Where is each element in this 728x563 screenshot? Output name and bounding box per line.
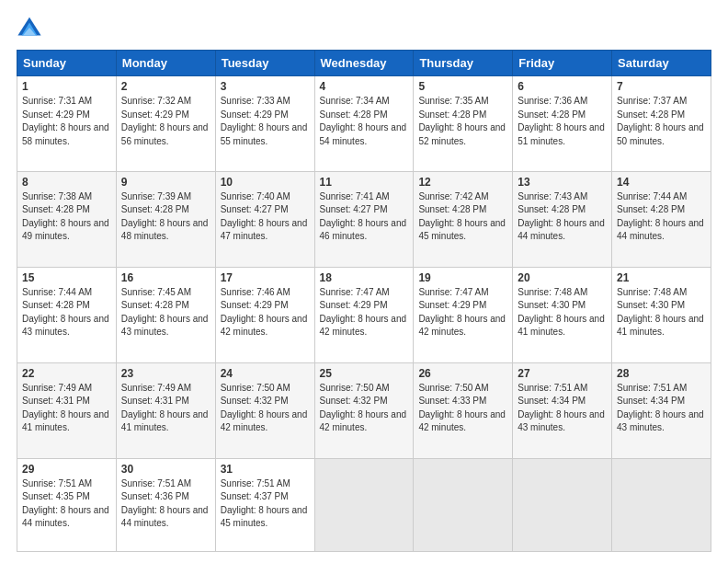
daylight-label: Daylight: 8 hours and 42 minutes. <box>320 409 407 433</box>
day-detail: Sunrise: 7:51 AM Sunset: 4:34 PM Dayligh… <box>518 382 607 435</box>
calendar-cell: 29 Sunrise: 7:51 AM Sunset: 4:35 PM Dayl… <box>17 458 117 552</box>
daylight-label: Daylight: 8 hours and 47 minutes. <box>221 218 308 242</box>
sunset-label: Sunset: 4:28 PM <box>121 204 189 214</box>
day-detail: Sunrise: 7:46 AM Sunset: 4:29 PM Dayligh… <box>221 286 310 339</box>
sunset-label: Sunset: 4:28 PM <box>617 204 685 214</box>
calendar-cell: 24 Sunrise: 7:50 AM Sunset: 4:32 PM Dayl… <box>215 362 314 458</box>
calendar-cell: 11 Sunrise: 7:41 AM Sunset: 4:27 PM Dayl… <box>314 171 414 267</box>
sunrise-label: Sunrise: 7:41 AM <box>320 191 390 201</box>
calendar-cell: 4 Sunrise: 7:34 AM Sunset: 4:28 PM Dayli… <box>314 76 414 172</box>
sunrise-label: Sunrise: 7:50 AM <box>418 383 488 393</box>
day-detail: Sunrise: 7:37 AM Sunset: 4:28 PM Dayligh… <box>617 95 706 148</box>
sunrise-label: Sunrise: 7:42 AM <box>418 191 488 201</box>
sunset-label: Sunset: 4:28 PM <box>320 109 388 120</box>
calendar-cell: 5 Sunrise: 7:35 AM Sunset: 4:28 PM Dayli… <box>414 76 513 172</box>
day-number: 18 <box>320 271 409 284</box>
daylight-label: Daylight: 8 hours and 45 minutes. <box>418 218 506 242</box>
sunset-label: Sunset: 4:28 PM <box>418 204 486 214</box>
sunset-label: Sunset: 4:33 PM <box>418 396 486 406</box>
sunrise-label: Sunrise: 7:49 AM <box>22 383 92 393</box>
day-number: 16 <box>121 271 210 284</box>
header-tuesday: Tuesday <box>215 51 314 76</box>
sunset-label: Sunset: 4:29 PM <box>121 109 189 120</box>
calendar-cell: 18 Sunrise: 7:47 AM Sunset: 4:29 PM Dayl… <box>314 267 414 362</box>
sunset-label: Sunset: 4:32 PM <box>320 396 388 406</box>
calendar-week-4: 22 Sunrise: 7:49 AM Sunset: 4:31 PM Dayl… <box>17 362 711 458</box>
daylight-label: Daylight: 8 hours and 43 minutes. <box>121 314 209 338</box>
sunrise-label: Sunrise: 7:44 AM <box>617 191 687 201</box>
daylight-label: Daylight: 8 hours and 46 minutes. <box>320 218 407 242</box>
day-number: 28 <box>617 367 706 380</box>
sunrise-label: Sunrise: 7:50 AM <box>221 383 290 393</box>
day-number: 26 <box>418 367 507 380</box>
day-number: 17 <box>221 271 310 284</box>
day-number: 2 <box>121 80 210 93</box>
day-detail: Sunrise: 7:49 AM Sunset: 4:31 PM Dayligh… <box>22 382 111 435</box>
header-thursday: Thursday <box>414 51 513 76</box>
calendar-cell: 1 Sunrise: 7:31 AM Sunset: 4:29 PM Dayli… <box>17 76 117 172</box>
daylight-label: Daylight: 8 hours and 44 minutes. <box>121 505 209 529</box>
calendar-cell <box>612 458 711 552</box>
sunset-label: Sunset: 4:30 PM <box>518 300 586 310</box>
calendar-cell: 22 Sunrise: 7:49 AM Sunset: 4:31 PM Dayl… <box>17 362 117 458</box>
header-friday: Friday <box>513 51 612 76</box>
calendar-week-3: 15 Sunrise: 7:44 AM Sunset: 4:28 PM Dayl… <box>17 267 711 362</box>
sunrise-label: Sunrise: 7:47 AM <box>418 287 488 297</box>
calendar-cell: 2 Sunrise: 7:32 AM Sunset: 4:29 PM Dayli… <box>116 76 215 172</box>
day-number: 25 <box>320 367 409 380</box>
sunset-label: Sunset: 4:28 PM <box>121 300 189 310</box>
sunset-label: Sunset: 4:28 PM <box>617 109 685 120</box>
day-detail: Sunrise: 7:51 AM Sunset: 4:36 PM Dayligh… <box>121 477 210 531</box>
day-detail: Sunrise: 7:45 AM Sunset: 4:28 PM Dayligh… <box>121 286 210 339</box>
day-number: 15 <box>22 271 111 284</box>
sunset-label: Sunset: 4:31 PM <box>121 396 189 406</box>
calendar-cell: 14 Sunrise: 7:44 AM Sunset: 4:28 PM Dayl… <box>612 171 711 267</box>
day-number: 6 <box>518 80 607 93</box>
sunset-label: Sunset: 4:37 PM <box>221 491 289 501</box>
sunset-label: Sunset: 4:28 PM <box>518 204 586 214</box>
calendar-cell: 13 Sunrise: 7:43 AM Sunset: 4:28 PM Dayl… <box>513 171 612 267</box>
sunrise-label: Sunrise: 7:51 AM <box>617 383 687 393</box>
sunrise-label: Sunrise: 7:46 AM <box>221 287 290 297</box>
day-detail: Sunrise: 7:36 AM Sunset: 4:28 PM Dayligh… <box>518 95 607 148</box>
sunset-label: Sunset: 4:30 PM <box>617 300 685 310</box>
calendar-cell: 26 Sunrise: 7:50 AM Sunset: 4:33 PM Dayl… <box>414 362 513 458</box>
day-detail: Sunrise: 7:47 AM Sunset: 4:29 PM Dayligh… <box>320 286 409 339</box>
sunset-label: Sunset: 4:36 PM <box>121 491 189 501</box>
header-saturday: Saturday <box>612 51 711 76</box>
sunrise-label: Sunrise: 7:51 AM <box>518 383 587 393</box>
sunset-label: Sunset: 4:29 PM <box>320 300 388 310</box>
daylight-label: Daylight: 8 hours and 50 minutes. <box>617 122 704 146</box>
sunset-label: Sunset: 4:34 PM <box>617 396 685 406</box>
sunrise-label: Sunrise: 7:44 AM <box>22 287 92 297</box>
sunset-label: Sunset: 4:28 PM <box>418 109 486 120</box>
day-detail: Sunrise: 7:51 AM Sunset: 4:34 PM Dayligh… <box>617 382 706 435</box>
sunrise-label: Sunrise: 7:35 AM <box>418 96 488 106</box>
calendar-header-row: SundayMondayTuesdayWednesdayThursdayFrid… <box>17 51 711 76</box>
calendar-cell <box>513 458 612 552</box>
day-number: 9 <box>121 176 210 189</box>
day-number: 3 <box>221 80 310 93</box>
sunrise-label: Sunrise: 7:47 AM <box>320 287 390 297</box>
sunset-label: Sunset: 4:28 PM <box>22 300 90 310</box>
sunset-label: Sunset: 4:29 PM <box>221 300 289 310</box>
sunrise-label: Sunrise: 7:36 AM <box>518 96 587 106</box>
daylight-label: Daylight: 8 hours and 42 minutes. <box>418 314 506 338</box>
day-number: 21 <box>617 271 706 284</box>
sunrise-label: Sunrise: 7:39 AM <box>121 191 191 201</box>
day-detail: Sunrise: 7:40 AM Sunset: 4:27 PM Dayligh… <box>221 190 310 244</box>
day-detail: Sunrise: 7:50 AM Sunset: 4:32 PM Dayligh… <box>320 382 409 435</box>
sunrise-label: Sunrise: 7:34 AM <box>320 96 390 106</box>
day-detail: Sunrise: 7:38 AM Sunset: 4:28 PM Dayligh… <box>22 190 111 244</box>
sunrise-label: Sunrise: 7:32 AM <box>121 96 191 106</box>
calendar-cell: 31 Sunrise: 7:51 AM Sunset: 4:37 PM Dayl… <box>215 458 314 552</box>
day-number: 14 <box>617 176 706 189</box>
day-detail: Sunrise: 7:47 AM Sunset: 4:29 PM Dayligh… <box>418 286 507 339</box>
sunset-label: Sunset: 4:32 PM <box>221 396 289 406</box>
calendar-cell <box>414 458 513 552</box>
day-detail: Sunrise: 7:49 AM Sunset: 4:31 PM Dayligh… <box>121 382 210 435</box>
day-detail: Sunrise: 7:31 AM Sunset: 4:29 PM Dayligh… <box>22 95 111 148</box>
daylight-label: Daylight: 8 hours and 48 minutes. <box>121 218 209 242</box>
day-detail: Sunrise: 7:34 AM Sunset: 4:28 PM Dayligh… <box>320 95 409 148</box>
calendar-cell: 20 Sunrise: 7:48 AM Sunset: 4:30 PM Dayl… <box>513 267 612 362</box>
